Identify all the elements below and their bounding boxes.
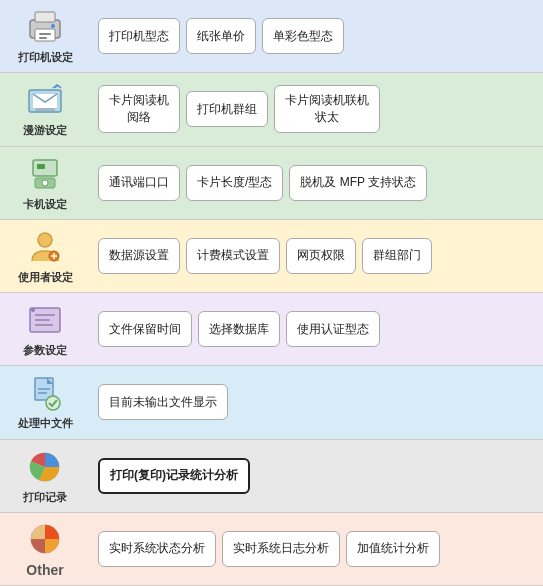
row-params-settings: 参数设定 文件保留时间 选择数据库 使用认证型态 — [0, 293, 543, 366]
row-print-records: 打印记录 打印(复印)记录统计分析 — [0, 440, 543, 513]
btn-unoutput-files[interactable]: 目前未输出文件显示 — [98, 384, 228, 420]
processing-files-buttons: 目前未输出文件显示 — [90, 366, 543, 438]
print-records-icon — [25, 447, 65, 487]
row-user-settings: 使用者设定 数据源设置 计费模式设置 网页权限 群组部门 — [0, 220, 543, 293]
card-settings-label: 卡机设定 — [23, 197, 67, 212]
btn-realtime-system-log[interactable]: 实时系统日志分析 — [222, 531, 340, 567]
svg-point-12 — [42, 180, 48, 186]
row-processing-files: 处理中文件 目前未输出文件显示 — [0, 366, 543, 439]
btn-value-stats[interactable]: 加值统计分析 — [346, 531, 440, 567]
svg-rect-3 — [39, 33, 51, 35]
icon-user-settings: 使用者设定 — [0, 220, 90, 292]
svg-point-26 — [46, 396, 60, 410]
print-records-buttons: 打印(复印)记录统计分析 — [90, 440, 543, 512]
icon-params-settings: 参数设定 — [0, 293, 90, 365]
svg-point-21 — [31, 308, 35, 312]
svg-point-5 — [51, 24, 55, 28]
row-printer-settings: 打印机设定 打印机型态 纸张单价 单彩色型态 — [0, 0, 543, 73]
card-machine-icon — [25, 154, 65, 194]
btn-print-copy-analysis[interactable]: 打印(复印)记录统计分析 — [98, 458, 250, 494]
icon-print-records: 打印记录 — [0, 440, 90, 512]
svg-rect-8 — [35, 108, 55, 111]
other-icon — [25, 519, 65, 559]
row-other: Other 实时系统状态分析 实时系统日志分析 加值统计分析 — [0, 513, 543, 586]
btn-auth-mode[interactable]: 使用认证型态 — [286, 311, 380, 347]
svg-rect-10 — [37, 164, 45, 169]
btn-comm-port[interactable]: 通讯端口口 — [98, 165, 180, 201]
icon-processing-files: 处理中文件 — [0, 366, 90, 438]
print-records-label: 打印记录 — [23, 490, 67, 505]
btn-card-reader-link[interactable]: 卡片阅读机联机 状太 — [274, 85, 380, 133]
other-label: Other — [26, 562, 63, 578]
svg-rect-1 — [35, 12, 55, 22]
btn-web-permissions[interactable]: 网页权限 — [286, 238, 356, 274]
processing-files-label: 处理中文件 — [18, 416, 73, 431]
roam-settings-buttons: 卡片阅读机 阅络 打印机群组 卡片阅读机联机 状太 — [90, 73, 543, 145]
printer-icon — [25, 7, 65, 47]
btn-card-length-mode[interactable]: 卡片长度/型态 — [186, 165, 283, 201]
user-settings-label: 使用者设定 — [18, 270, 73, 285]
icon-roam-settings: 漫游设定 — [0, 73, 90, 145]
btn-billing-mode[interactable]: 计费模式设置 — [186, 238, 280, 274]
btn-data-source[interactable]: 数据源设置 — [98, 238, 180, 274]
user-settings-buttons: 数据源设置 计费模式设置 网页权限 群组部门 — [90, 220, 543, 292]
printer-settings-label: 打印机设定 — [18, 50, 73, 65]
roam-icon — [25, 80, 65, 120]
icon-card-settings: 卡机设定 — [0, 147, 90, 219]
svg-rect-4 — [39, 37, 47, 39]
row-roam-settings: 漫游设定 卡片阅读机 阅络 打印机群组 卡片阅读机联机 状太 — [0, 73, 543, 146]
btn-select-db[interactable]: 选择数据库 — [198, 311, 280, 347]
processing-files-icon — [25, 373, 65, 413]
other-buttons: 实时系统状态分析 实时系统日志分析 加值统计分析 — [90, 513, 543, 585]
btn-printer-group[interactable]: 打印机群组 — [186, 91, 268, 127]
icon-printer-settings: 打印机设定 — [0, 0, 90, 72]
roam-settings-label: 漫游设定 — [23, 123, 67, 138]
row-card-settings: 卡机设定 通讯端口口 卡片长度/型态 脱机及 MFP 支持状态 — [0, 147, 543, 220]
btn-realtime-system-status[interactable]: 实时系统状态分析 — [98, 531, 216, 567]
btn-offline-mfp[interactable]: 脱机及 MFP 支持状态 — [289, 165, 427, 201]
printer-settings-buttons: 打印机型态 纸张单价 单彩色型态 — [90, 0, 543, 72]
svg-point-13 — [38, 233, 52, 247]
btn-card-reader-network[interactable]: 卡片阅读机 阅络 — [98, 85, 180, 133]
btn-group-dept[interactable]: 群组部门 — [362, 238, 432, 274]
card-settings-buttons: 通讯端口口 卡片长度/型态 脱机及 MFP 支持状态 — [90, 147, 543, 219]
btn-mono-color-mode[interactable]: 单彩色型态 — [262, 18, 344, 54]
params-icon — [25, 300, 65, 340]
icon-other: Other — [0, 513, 90, 585]
params-settings-buttons: 文件保留时间 选择数据库 使用认证型态 — [90, 293, 543, 365]
app-container: 打印机设定 打印机型态 纸张单价 单彩色型态 漫游设定 卡片阅读机 阅络 打印机… — [0, 0, 543, 586]
params-settings-label: 参数设定 — [23, 343, 67, 358]
btn-paper-price[interactable]: 纸张单价 — [186, 18, 256, 54]
btn-printer-mode[interactable]: 打印机型态 — [98, 18, 180, 54]
btn-file-retention[interactable]: 文件保留时间 — [98, 311, 192, 347]
user-settings-icon — [25, 227, 65, 267]
